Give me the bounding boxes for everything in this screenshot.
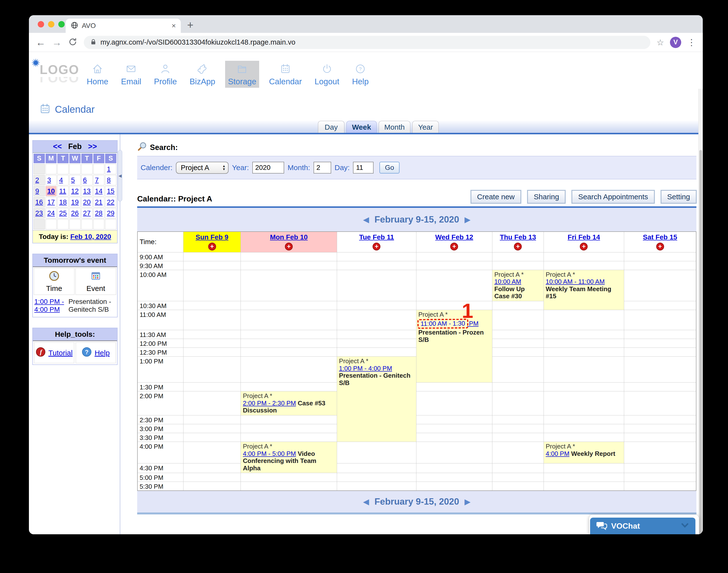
nav-item-storage[interactable]: Storage [225,61,260,88]
mini-calendar-day-link[interactable]: 9 [35,187,39,195]
mini-calendar-day-link[interactable]: 14 [95,187,103,195]
month-input[interactable] [314,162,331,173]
event-time-link[interactable]: 10:00 AM - 11:00 AM [546,278,605,285]
mini-calendar-day-link[interactable]: 20 [83,198,91,206]
mini-calendar-day-link[interactable]: 7 [95,176,99,184]
help-link[interactable]: Help [95,349,110,357]
event-time-link[interactable]: 4:00 PM - 5:00 PM [243,450,296,457]
profile-avatar[interactable]: V [670,37,681,48]
mini-calendar-day-link[interactable]: 26 [71,209,78,217]
vochat-widget[interactable]: VOChat [590,518,695,534]
go-button[interactable]: Go [380,162,399,173]
add-event-button[interactable]: + [208,243,216,251]
mini-calendar-day-link[interactable]: 11 [59,187,66,195]
next-week-icon[interactable]: ▶ [464,215,470,224]
mini-calendar-day-link[interactable]: 21 [95,198,103,206]
event-cell[interactable]: Project A *4:00 PM - 5:00 PM Video Confe… [241,441,337,473]
prev-week-icon[interactable]: ◀ [363,215,369,224]
today-date-link[interactable]: Feb 10, 2020 [70,233,111,241]
sidebar-splitter[interactable]: ◀ [118,134,122,534]
nav-item-bizapp[interactable]: BizApp [187,61,218,88]
day-header-link[interactable]: Fri Feb 14 [568,233,600,241]
view-tab-month[interactable]: Month [379,121,410,133]
mini-calendar-day-link[interactable]: 28 [95,209,103,217]
mini-calendar-day-link[interactable]: 16 [35,198,43,206]
prev-week-icon[interactable]: ◀ [363,497,369,506]
day-header-link[interactable]: Thu Feb 13 [500,233,536,241]
back-icon[interactable]: ← [36,38,46,47]
mini-calendar-day-link[interactable]: 2 [35,176,39,184]
event-cell[interactable]: Project A *10:00 AM - 11:00 AM Weekly Te… [544,270,624,310]
mini-calendar-day-link[interactable]: 13 [83,187,91,195]
day-input[interactable] [353,162,374,173]
mini-calendar-day-link[interactable]: 17 [47,198,55,206]
address-bar[interactable]: my.agnx.com/-/vo/SID600313304fokiuzokcl1… [84,36,650,49]
event-time-link[interactable]: 4:00 PM [546,450,569,457]
mini-calendar-day-link[interactable]: 23 [35,209,43,217]
mini-calendar-day-link[interactable]: 25 [59,209,67,217]
setting-button[interactable]: Setting [661,190,696,203]
nav-item-profile[interactable]: Profile [151,61,180,88]
calendar-select[interactable]: Project A ▲▼ [176,162,229,174]
mini-calendar-day-link[interactable]: 8 [107,176,111,184]
zoom-window-button[interactable] [58,21,65,28]
reload-icon[interactable] [68,37,77,48]
view-tab-week[interactable]: Week [346,121,377,133]
event-cell[interactable]: Project A *10:00 AM Follow Up Case #30 [492,270,544,301]
event-cell[interactable]: Project A *2:00 PM - 2:30 PM Case #53 Di… [241,392,337,415]
view-tab-year[interactable]: Year [412,121,439,133]
add-event-button[interactable]: + [373,243,380,251]
view-tab-day[interactable]: Day [318,121,344,133]
new-tab-button[interactable]: + [187,19,193,31]
add-event-button[interactable]: + [450,243,458,251]
mini-calendar-day-link[interactable]: 6 [83,176,87,184]
add-event-button[interactable]: + [285,243,293,251]
mini-calendar-day-link[interactable]: 3 [47,176,51,184]
page-scrollbar[interactable] [698,89,703,534]
collapse-sidebar-handle[interactable]: ◀ [118,150,122,202]
bookmark-star-icon[interactable]: ☆ [657,38,664,47]
search-appointments-button[interactable]: Search Appointments [572,190,654,203]
nav-item-home[interactable]: Home [84,61,111,88]
tab-close-button[interactable]: × [171,21,176,30]
tutorial-link[interactable]: Tutorial [49,349,73,357]
mini-calendar-day-link[interactable]: 5 [71,176,75,184]
create-new-button[interactable]: Create new [471,190,521,203]
sharing-button[interactable]: Sharing [527,190,565,203]
day-header-link[interactable]: Sun Feb 9 [196,233,229,241]
event-cell[interactable]: 1Project A *11:00 AM - 1:30 PM Presentat… [416,310,492,382]
menu-dots-icon[interactable]: ⋮ [687,37,696,48]
day-header-link[interactable]: Wed Feb 12 [435,233,473,241]
mini-calendar-day-link[interactable]: 19 [71,198,78,206]
nav-item-calendar[interactable]: Calendar [266,61,305,88]
forward-icon[interactable]: → [52,38,62,47]
event-cell[interactable]: Project A *4:00 PM Weekly Report [544,441,624,463]
mini-calendar-day-link[interactable]: 27 [83,209,91,217]
chevron-down-icon[interactable] [681,523,689,529]
mini-calendar-day-link[interactable]: 15 [107,187,114,195]
close-window-button[interactable] [38,21,44,28]
nav-item-help[interactable]: ?Help [349,61,372,88]
scrollbar-thumb[interactable] [699,150,702,534]
browser-tab[interactable]: AVO × [66,19,181,33]
prev-month-link[interactable]: << [53,142,62,151]
event-cell[interactable]: Project A *1:00 PM - 4:00 PM Presentatio… [337,357,416,442]
minimize-window-button[interactable] [48,21,54,28]
add-event-button[interactable]: + [580,243,587,251]
mini-calendar-day-link[interactable]: 18 [59,198,67,206]
add-event-button[interactable]: + [514,243,522,251]
event-time-link[interactable]: 10:00 AM [494,278,521,285]
mini-calendar-day-link[interactable]: 10 [47,187,55,195]
nav-item-email[interactable]: Email [118,61,144,88]
day-header-link[interactable]: Mon Feb 10 [270,233,307,241]
nav-item-logout[interactable]: Logout [312,61,342,88]
event-time-link[interactable]: 1:00 PM - 4:00 PM [339,365,392,372]
year-input[interactable] [252,162,284,173]
mini-calendar-day-link[interactable]: 29 [107,209,114,217]
day-header-link[interactable]: Sat Feb 15 [643,233,677,241]
mini-calendar-day-link[interactable]: 22 [107,198,114,206]
next-week-icon[interactable]: ▶ [464,497,470,506]
mini-calendar-day-link[interactable]: 12 [71,187,78,195]
mini-calendar-day-link[interactable]: 4 [59,176,63,184]
next-month-link[interactable]: >> [88,142,97,151]
